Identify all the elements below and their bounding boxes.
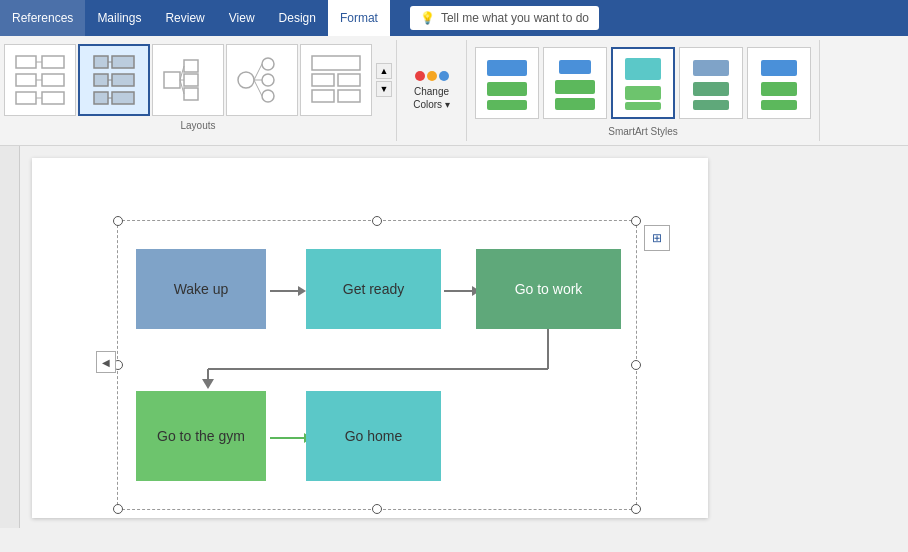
arrow-2 <box>444 286 480 296</box>
layout-thumb-5[interactable] <box>300 44 372 116</box>
svg-rect-20 <box>184 74 198 86</box>
layout-thumb-2[interactable] <box>78 44 150 116</box>
svg-rect-48 <box>693 100 729 110</box>
svg-rect-38 <box>487 82 527 96</box>
svg-point-27 <box>262 74 274 86</box>
svg-rect-49 <box>761 60 797 76</box>
style-icon-4 <box>685 52 737 114</box>
svg-point-26 <box>262 58 274 70</box>
svg-marker-55 <box>202 379 214 389</box>
style-thumb-2[interactable] <box>543 47 607 119</box>
svg-rect-1 <box>16 74 36 86</box>
menu-references[interactable]: References <box>0 0 85 36</box>
menu-design[interactable]: Design <box>267 0 328 36</box>
svg-rect-14 <box>112 92 134 104</box>
svg-rect-19 <box>184 60 198 72</box>
style-icon-1 <box>481 52 533 114</box>
layout-icon-5 <box>308 52 364 108</box>
svg-rect-34 <box>338 74 360 86</box>
svg-rect-46 <box>693 60 729 76</box>
document-page: ◀ Wake up Get ready <box>32 158 708 518</box>
svg-point-25 <box>238 72 254 88</box>
smartart-container[interactable]: ◀ Wake up Get ready <box>117 220 637 510</box>
layout-helper-btn[interactable]: ◀ <box>96 351 116 373</box>
style-thumb-5[interactable] <box>747 47 811 119</box>
style-thumb-4[interactable] <box>679 47 743 119</box>
go-home-box[interactable]: Go home <box>306 391 441 481</box>
tell-me-bar[interactable]: 💡 Tell me what you want to do <box>410 6 599 30</box>
layout-thumb-3[interactable] <box>152 44 224 116</box>
layouts-label: Layouts <box>4 120 392 131</box>
go-to-gym-box[interactable]: Go to the gym <box>136 391 266 481</box>
layout-thumb-1[interactable] <box>4 44 76 116</box>
svg-rect-40 <box>559 60 591 74</box>
svg-rect-36 <box>338 90 360 102</box>
smartart-styles-label: SmartArt Styles <box>475 126 811 137</box>
svg-rect-37 <box>487 60 527 76</box>
layout-icon-1 <box>12 52 68 108</box>
svg-rect-12 <box>112 56 134 68</box>
svg-rect-50 <box>761 82 797 96</box>
scroll-up-btn[interactable]: ▲ <box>376 63 392 79</box>
get-ready-box[interactable]: Get ready <box>306 249 441 329</box>
diagram-content: Wake up Get ready <box>118 221 636 509</box>
svg-rect-18 <box>164 72 180 88</box>
go-to-work-box[interactable]: Go to work <box>476 249 621 329</box>
canvas-area: ◀ Wake up Get ready <box>0 146 908 528</box>
svg-point-28 <box>262 90 274 102</box>
ribbon: ▲ ▼ Layouts ChangeColors ▾ <box>0 36 908 146</box>
layout-icon-2 <box>86 52 142 108</box>
svg-line-29 <box>254 64 262 80</box>
svg-rect-4 <box>42 74 64 86</box>
orange-dot <box>427 71 437 81</box>
layouts-section: ▲ ▼ Layouts <box>0 40 397 141</box>
svg-rect-35 <box>312 90 334 102</box>
arrow-1-line <box>270 290 298 292</box>
svg-rect-33 <box>312 74 334 86</box>
smartart-styles-row <box>475 44 811 122</box>
smartart-icon-btn[interactable]: ⊞ <box>644 225 670 251</box>
style-thumb-1[interactable] <box>475 47 539 119</box>
svg-rect-45 <box>625 102 661 110</box>
layout-thumb-4[interactable] <box>226 44 298 116</box>
wake-up-box[interactable]: Wake up <box>136 249 266 329</box>
style-icon-2 <box>549 52 601 114</box>
svg-rect-2 <box>16 92 36 104</box>
red-dot <box>415 71 425 81</box>
layout-icon-4 <box>234 52 290 108</box>
change-colors-label: ChangeColors ▾ <box>413 85 450 111</box>
change-colors-button[interactable]: ChangeColors ▾ <box>397 40 467 141</box>
canvas-background: ◀ Wake up Get ready <box>20 146 908 528</box>
arrow-1 <box>270 286 306 296</box>
svg-rect-42 <box>555 98 595 110</box>
layout-icon-3 <box>160 52 216 108</box>
svg-line-31 <box>254 80 262 96</box>
svg-rect-47 <box>693 82 729 96</box>
style-icon-3 <box>617 52 669 114</box>
svg-rect-0 <box>16 56 36 68</box>
arrow-1-head <box>298 286 306 296</box>
smartart-styles-section: SmartArt Styles <box>467 40 820 141</box>
ruler-left <box>0 146 20 528</box>
svg-rect-5 <box>42 92 64 104</box>
style-thumb-3[interactable] <box>611 47 675 119</box>
menu-format[interactable]: Format <box>328 0 390 36</box>
svg-rect-41 <box>555 80 595 94</box>
svg-rect-10 <box>94 74 108 86</box>
menu-view[interactable]: View <box>217 0 267 36</box>
layout-scroll: ▲ ▼ <box>376 63 392 97</box>
lightbulb-icon: 💡 <box>420 11 435 25</box>
arrow-3-line <box>270 437 304 439</box>
menu-review[interactable]: Review <box>153 0 216 36</box>
svg-rect-43 <box>625 58 661 80</box>
arrow-2-line <box>444 290 472 292</box>
scroll-down-btn[interactable]: ▼ <box>376 81 392 97</box>
layouts-grid: ▲ ▼ <box>4 44 392 116</box>
menu-mailings[interactable]: Mailings <box>85 0 153 36</box>
svg-rect-11 <box>94 92 108 104</box>
svg-rect-13 <box>112 74 134 86</box>
menu-bar: References Mailings Review View Design F… <box>0 0 908 36</box>
svg-rect-44 <box>625 86 661 100</box>
svg-rect-51 <box>761 100 797 110</box>
svg-rect-21 <box>184 88 198 100</box>
